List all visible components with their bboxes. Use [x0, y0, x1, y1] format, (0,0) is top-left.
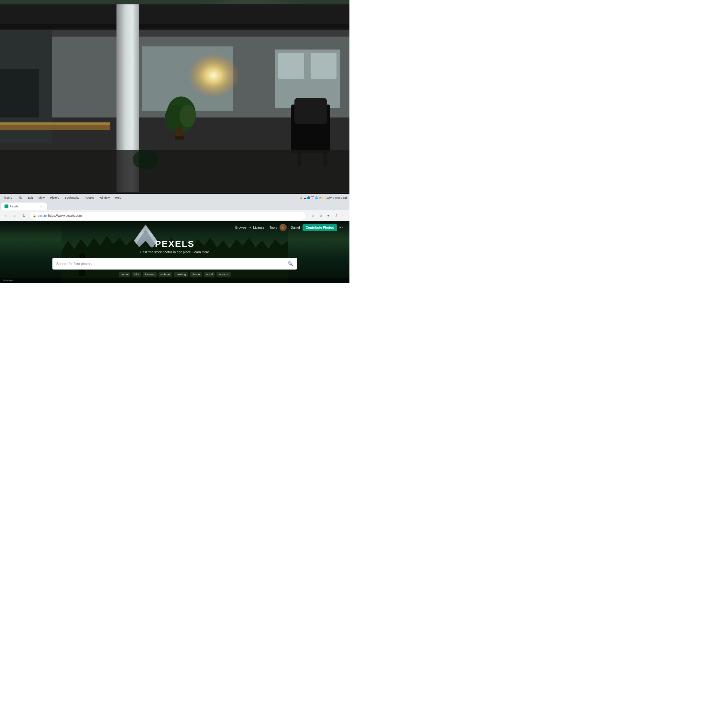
svg-rect-14	[0, 122, 110, 125]
back-button[interactable]: ‹	[2, 212, 10, 220]
searches-bar: Searches	[0, 278, 349, 283]
svg-rect-4	[0, 24, 349, 29]
secure-label: Secure	[38, 214, 47, 217]
tag-training[interactable]: training	[143, 272, 157, 277]
svg-rect-21	[294, 98, 327, 124]
forward-button[interactable]: ›	[11, 212, 19, 220]
menu-edit[interactable]: Edit	[25, 196, 35, 200]
menu-bar: hrome File Edit View History Bookmarks P…	[0, 194, 349, 201]
contribute-photos-button[interactable]: Contribute Photos	[303, 224, 337, 231]
hero-content: PEXELS Best free stock photos in one pla…	[52, 239, 297, 277]
svg-rect-11	[278, 53, 304, 79]
tab-title: Pexels	[10, 205, 18, 208]
search-tags: house blur training vintage meeting phon…	[52, 272, 297, 277]
secure-icon: 🔒	[33, 214, 36, 217]
pexels-hero: Browse ▾ License Tools D Daniel Contribu…	[0, 221, 349, 283]
active-tab[interactable]: Pexels ×	[1, 203, 47, 210]
monitor-container: hrome File Edit View History Bookmarks P…	[0, 192, 349, 349]
tag-blur[interactable]: blur	[132, 272, 141, 277]
browser-tabs: Pexels ×	[0, 201, 349, 210]
svg-rect-18	[176, 127, 183, 137]
svg-rect-12	[310, 53, 336, 79]
svg-point-25	[133, 150, 159, 169]
system-icons: 🔒 ☁ 🔵 📅 🌐 ✉ 📁	[300, 196, 325, 199]
svg-rect-24	[0, 150, 349, 198]
svg-rect-19	[175, 136, 184, 139]
search-icon: 🔍	[288, 261, 293, 266]
svg-point-9	[188, 53, 239, 98]
menu-bookmarks[interactable]: Bookmarks	[62, 196, 82, 200]
tag-phone[interactable]: phone	[190, 272, 202, 277]
tag-more[interactable]: more →	[216, 272, 231, 277]
browser-toolbar: ‹ › ↻ 🔒 Secure https://www.pexels.com ☆ …	[0, 210, 349, 221]
tag-vintage[interactable]: vintage	[159, 272, 172, 277]
tab-favicon	[5, 205, 8, 208]
svg-point-17	[180, 104, 196, 127]
refresh-button[interactable]: ↻	[20, 212, 28, 220]
pexels-website: Browse ▾ License Tools D Daniel Contribu…	[0, 221, 349, 283]
tag-house[interactable]: house	[119, 272, 131, 277]
search-input[interactable]	[56, 262, 288, 266]
search-bar[interactable]: 🔍	[52, 258, 297, 269]
tab-close-button[interactable]: ×	[39, 204, 43, 209]
user-name: Daniel	[288, 225, 302, 231]
tools-nav-item[interactable]: Tools	[267, 225, 280, 231]
battery-indicator: 100 %	[326, 196, 334, 199]
address-bar[interactable]: 🔒 Secure https://www.pexels.com	[29, 212, 307, 220]
pexels-tagline: Best free stock photos in one place. Lea…	[52, 251, 297, 254]
url-text: https://www.pexels.com	[48, 214, 303, 217]
system-clock: Wed 16:15	[335, 196, 347, 199]
pexels-nav: Browse ▾ License Tools D Daniel Contribu…	[0, 221, 349, 234]
menu-chrome[interactable]: hrome	[1, 196, 15, 200]
pexels-logo: PEXELS	[52, 239, 297, 249]
system-bar: 🔒 ☁ 🔵 📅 🌐 ✉ 📁 100 % Wed 16:15	[298, 194, 349, 201]
svg-rect-6	[0, 69, 39, 118]
browser-screen: hrome File Edit View History Bookmarks P…	[0, 194, 349, 349]
monitor-frame: hrome File Edit View History Bookmarks P…	[0, 192, 349, 349]
menu-history[interactable]: History	[47, 196, 62, 200]
learn-more-link[interactable]: Learn more	[193, 251, 209, 254]
menu-people[interactable]: People	[82, 196, 96, 200]
tag-meeting[interactable]: meeting	[174, 272, 188, 277]
share-button[interactable]: ⤴	[333, 212, 340, 219]
menu-help[interactable]: Help	[113, 196, 124, 200]
more-options-button[interactable]: ⋯	[337, 225, 344, 230]
browser-actions: ☆ ⊙ ♥ ⤴ ⋯	[309, 212, 347, 219]
browse-nav-item[interactable]: Browse ▾	[232, 225, 251, 231]
license-nav-item[interactable]: License	[251, 225, 267, 231]
reader-button[interactable]: ⊙	[317, 212, 324, 219]
menu-view[interactable]: View	[36, 196, 47, 200]
user-nav-item[interactable]: D Daniel	[280, 224, 302, 231]
bookmark-button[interactable]: ☆	[309, 212, 317, 219]
tag-wood[interactable]: wood	[204, 272, 215, 277]
extensions-button[interactable]: ♥	[325, 212, 332, 219]
more-button[interactable]: ⋯	[340, 212, 347, 219]
user-avatar: D	[280, 224, 287, 231]
menu-file[interactable]: File	[15, 196, 25, 200]
menu-window[interactable]: Window	[97, 196, 112, 200]
